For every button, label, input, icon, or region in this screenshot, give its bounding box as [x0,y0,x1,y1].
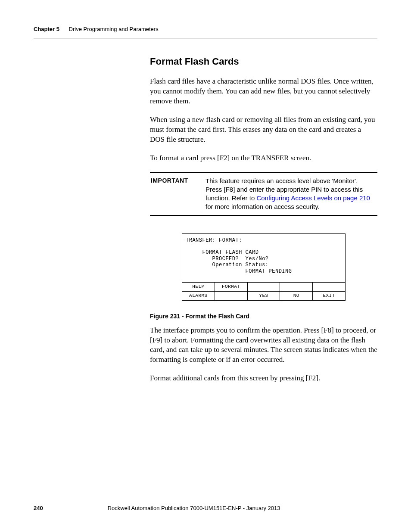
terminal-line: FORMAT FLASH CARD [186,249,258,255]
fn-key-alarms: ALARMS [182,292,215,300]
terminal-figure: TRANSFER: FORMAT: FORMAT FLASH CARD PROC… [182,233,346,301]
important-label: IMPORTANT [150,176,201,212]
page-footer: 240 Rockwell Automation Publication 7000… [34,505,377,511]
terminal-text-area: TRANSFER: FORMAT: FORMAT FLASH CARD PROC… [182,234,345,282]
terminal-line: Operation Status: [186,262,269,268]
important-callout: IMPORTANT This feature requires an acces… [150,172,377,216]
fn-key-no: NO [280,292,313,300]
fn-key-empty [215,292,248,300]
important-text-post: for more information on access security. [206,203,320,210]
fn-key-help: HELP [182,283,215,291]
terminal-line: FORMAT PENDING [186,268,292,274]
header-rule [34,38,377,38]
paragraph: To format a card press [F2] on the TRANS… [150,153,377,163]
important-text: This feature requires an access level ab… [201,176,377,212]
important-link[interactable]: Configuring Access Levels on page 210 [256,194,370,202]
paragraph: When using a new flash card or removing … [150,115,377,145]
fn-key-exit: EXIT [313,292,345,300]
terminal-screen: TRANSFER: FORMAT: FORMAT FLASH CARD PROC… [182,233,346,301]
figure-caption: Figure 231 - Format the Flash Card [150,313,377,320]
section-heading: Format Flash Cards [150,56,377,67]
paragraph: Flash card files have a characteristic u… [150,77,377,106]
fn-key-empty [248,283,280,291]
fn-key-format: FORMAT [215,283,248,291]
page-number: 240 [34,505,43,511]
terminal-line: PROCEED? Yes/No? [186,256,269,262]
chapter-label: Chapter 5 [34,26,59,32]
main-content: Format Flash Cards Flash card files have… [150,56,377,392]
terminal-line: TRANSFER: FORMAT: [186,237,242,243]
publication-info: Rockwell Automation Publication 7000-UM1… [108,505,377,511]
terminal-function-keys: HELP FORMAT ALARMS YES NO EXIT [182,282,345,300]
paragraph: The interface prompts you to confirm the… [150,326,377,365]
terminal-fn-row-1: HELP FORMAT [182,283,345,291]
fn-key-empty [313,283,345,291]
fn-key-yes: YES [248,292,280,300]
page-header: Chapter 5 Drive Programming and Paramete… [34,26,377,32]
terminal-fn-row-2: ALARMS YES NO EXIT [182,291,345,300]
chapter-title: Drive Programming and Parameters [69,26,159,32]
paragraph: Format additional cards from this screen… [150,373,377,383]
fn-key-empty [280,283,313,291]
